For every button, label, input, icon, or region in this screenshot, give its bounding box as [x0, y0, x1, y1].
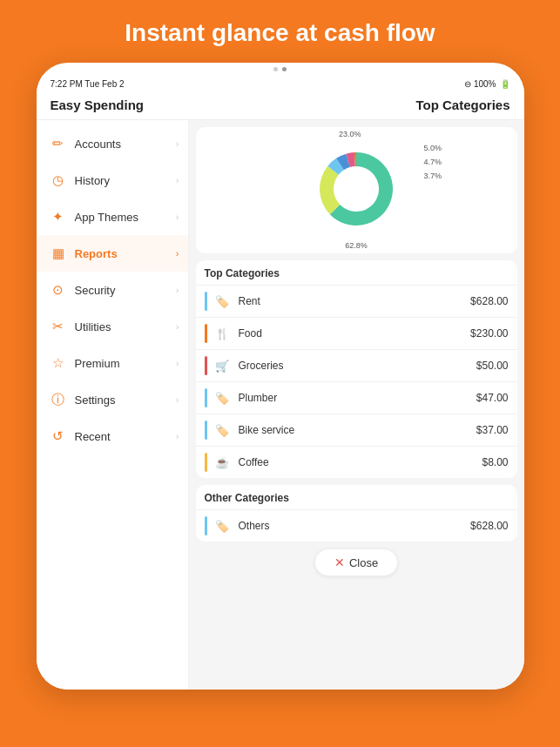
sidebar-item-history[interactable]: ◷History› — [37, 162, 188, 199]
category-name: Bike service — [239, 424, 476, 436]
donut-label-62: 62.8% — [345, 241, 368, 250]
other-categories-header: Other Categories — [196, 485, 517, 509]
sidebar-item-recent[interactable]: ↺Recent› — [37, 418, 188, 454]
app-themes-chevron: › — [176, 212, 179, 222]
category-name: Rent — [239, 295, 471, 307]
category-name: Others — [239, 520, 471, 532]
category-amount: $230.00 — [470, 327, 508, 340]
category-amount: $8.00 — [482, 456, 508, 468]
premium-label: Premium — [75, 357, 176, 370]
color-bar — [205, 516, 207, 535]
security-icon: ⊙ — [49, 280, 68, 299]
sidebar-item-reports[interactable]: ▦Reports› — [37, 235, 188, 272]
close-label: Close — [349, 556, 378, 569]
category-amount: $50.00 — [476, 360, 509, 372]
category-name: Food — [239, 327, 471, 340]
history-chevron: › — [176, 175, 179, 185]
status-bar: 7:22 PM Tue Feb 2 ⊖ 100% 🔋 — [37, 74, 524, 92]
bike service-icon: 🏷️ — [213, 421, 232, 440]
recent-icon: ↺ — [49, 427, 68, 446]
premium-icon: ☆ — [49, 353, 68, 373]
category-amount: $47.00 — [476, 392, 509, 404]
category-row-bike-service: 🏷️Bike service$37.00 — [196, 414, 517, 446]
nav-dot-1 — [273, 67, 278, 71]
nav-dot-2 — [282, 67, 287, 71]
reports-icon: ▦ — [49, 244, 68, 263]
donut-label-4-7: 4.7% — [423, 158, 442, 166]
sidebar-item-app-themes[interactable]: ✦App Themes› — [37, 199, 188, 235]
color-bar — [205, 453, 207, 472]
recent-chevron: › — [176, 431, 179, 441]
food-icon: 🍴 — [213, 324, 232, 343]
other-categories-section: Other Categories 🏷️Others$628.00 — [196, 485, 517, 542]
recent-label: Recent — [75, 430, 176, 443]
battery-icon: 🔋 — [500, 79, 510, 89]
others-icon: 🏷️ — [213, 516, 232, 535]
security-chevron: › — [176, 285, 179, 295]
security-label: Security — [75, 284, 176, 297]
page-header: Instant glance at cash flow — [107, 0, 452, 63]
top-categories-section: Top Categories 🏷️Rent$628.00🍴Food$230.00… — [196, 260, 517, 478]
content-area: ✏Accounts›◷History›✦App Themes›▦Reports›… — [37, 120, 524, 690]
category-amount: $37.00 — [476, 424, 509, 436]
donut-svg — [304, 137, 408, 241]
sidebar-item-accounts[interactable]: ✏Accounts› — [37, 125, 188, 162]
category-row-food: 🍴Food$230.00 — [196, 317, 517, 349]
category-row-plumber: 🏷️Plumber$47.00 — [196, 381, 517, 414]
sidebar-item-premium[interactable]: ☆Premium› — [37, 345, 188, 381]
close-button[interactable]: ✕ Close — [314, 548, 398, 576]
donut-label-5: 5.0% — [423, 144, 442, 152]
app-title: Easy Spending — [51, 98, 145, 112]
category-row-others: 🏷️Others$628.00 — [196, 509, 517, 542]
top-categories-rows: 🏷️Rent$628.00🍴Food$230.00🛒Groceries$50.0… — [196, 285, 517, 478]
category-amount: $628.00 — [470, 295, 508, 307]
other-categories-rows: 🏷️Others$628.00 — [196, 509, 517, 542]
color-bar — [205, 356, 207, 375]
color-bar — [205, 292, 207, 311]
color-bar — [205, 388, 207, 407]
coffee-icon: ☕ — [213, 453, 232, 472]
groceries-icon: 🛒 — [213, 356, 232, 375]
settings-label: Settings — [75, 394, 176, 407]
nav-dots — [37, 63, 524, 74]
main-content: 23.0% 5.0% 4.7% 3.7% 62.8% Top Categorie… — [189, 120, 524, 690]
accounts-icon: ✏ — [49, 134, 68, 153]
status-time: 7:22 PM Tue Feb 2 — [51, 79, 125, 89]
device-frame: 7:22 PM Tue Feb 2 ⊖ 100% 🔋 Easy Spending… — [37, 63, 524, 690]
category-amount: $628.00 — [470, 520, 508, 532]
accounts-label: Accounts — [75, 138, 176, 151]
app-themes-label: App Themes — [75, 211, 176, 224]
color-bar — [205, 324, 207, 343]
history-label: History — [75, 174, 176, 187]
reports-chevron: › — [176, 248, 179, 259]
donut-label-3-7: 3.7% — [423, 172, 442, 180]
donut-label-23: 23.0% — [339, 130, 361, 138]
category-name: Coffee — [239, 456, 482, 468]
sidebar: ✏Accounts›◷History›✦App Themes›▦Reports›… — [37, 120, 189, 690]
donut-wrapper: 23.0% 5.0% 4.7% 3.7% 62.8% — [304, 137, 408, 245]
sidebar-item-settings[interactable]: ⓘSettings› — [37, 381, 188, 418]
category-name: Groceries — [239, 360, 476, 372]
sidebar-item-utilities[interactable]: ✂Utilities› — [37, 308, 188, 345]
premium-chevron: › — [176, 358, 179, 368]
app-header: Easy Spending Top Categories — [37, 92, 524, 120]
donut-chart-card: 23.0% 5.0% 4.7% 3.7% 62.8% — [196, 127, 517, 253]
utilities-chevron: › — [176, 321, 179, 332]
category-row-rent: 🏷️Rent$628.00 — [196, 285, 517, 317]
category-name: Plumber — [239, 392, 476, 404]
settings-icon: ⓘ — [49, 390, 68, 409]
status-right: ⊖ 100% 🔋 — [464, 79, 509, 89]
category-row-coffee: ☕Coffee$8.00 — [196, 446, 517, 478]
category-row-groceries: 🛒Groceries$50.00 — [196, 349, 517, 381]
app-themes-icon: ✦ — [49, 207, 68, 226]
accounts-chevron: › — [176, 138, 179, 149]
settings-chevron: › — [176, 394, 179, 405]
color-bar — [205, 421, 207, 440]
top-categories-header: Top Categories — [196, 260, 517, 285]
reports-label: Reports — [75, 247, 176, 260]
close-icon: ✕ — [334, 555, 345, 569]
history-icon: ◷ — [49, 171, 68, 190]
sidebar-item-security[interactable]: ⊙Security› — [37, 272, 188, 308]
utilities-icon: ✂ — [49, 317, 68, 336]
utilities-label: Utilities — [75, 320, 176, 333]
